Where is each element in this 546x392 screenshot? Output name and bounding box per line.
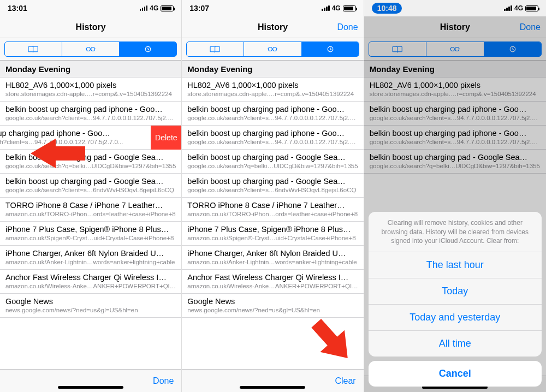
done-link[interactable]: Done	[337, 22, 358, 32]
page-title: History	[258, 22, 288, 32]
home-indicator[interactable]	[58, 386, 123, 389]
screen-1: 13:01 4G History Monday Evening HL802_AV…	[0, 0, 182, 392]
tab-readinglist[interactable]	[244, 42, 301, 56]
list-item[interactable]: Anchor Fast Wireless Charger Qi Wireless…	[0, 270, 181, 294]
battery-icon	[161, 5, 174, 11]
clear-today-yesterday-button[interactable]: Today and yesterday	[369, 305, 542, 331]
home-indicator[interactable]	[240, 386, 305, 389]
network-label: 4G	[332, 4, 341, 12]
segmented-bar	[0, 38, 181, 61]
tab-bookmarks[interactable]	[369, 42, 426, 56]
delete-button[interactable]: Delete	[151, 126, 181, 150]
list-item[interactable]: HL802_AV6 1,000×1,000 pixelsstore.storei…	[182, 78, 363, 102]
tab-bookmarks[interactable]	[5, 42, 62, 56]
list-item[interactable]: iPhone 7 Plus Case, Spigen® iPhone 8 Plu…	[0, 222, 181, 246]
list-item: belkin boost up charging pad - Google Se…	[364, 150, 546, 174]
clear-all-time-button[interactable]: All time	[369, 331, 542, 357]
list-item[interactable]: iPhone 7 Plus Case, Spigen® iPhone 8 Plu…	[182, 222, 363, 246]
page-title: History	[440, 22, 470, 32]
status-bar: 10:48 4G	[364, 0, 546, 16]
svg-point-9	[455, 47, 459, 51]
battery-icon	[343, 5, 356, 11]
svg-point-8	[451, 47, 455, 51]
svg-point-0	[87, 47, 91, 51]
list-item[interactable]: iPhone Charger, Anker 6ft Nylon Braided …	[0, 246, 181, 270]
navbar: History Done	[182, 16, 363, 38]
navbar: History	[0, 16, 181, 38]
list-item[interactable]: belkin boost up charging pad iphone - Go…	[182, 126, 363, 150]
tab-readinglist[interactable]	[426, 42, 483, 56]
signal-icon	[322, 5, 330, 11]
navbar: History Done	[364, 16, 546, 38]
network-label: 4G	[514, 4, 523, 12]
tab-history[interactable]	[301, 42, 359, 56]
list-item[interactable]: Google Newsnews.google.com/news/?ned=us&…	[182, 294, 363, 318]
status-bar: 13:07 4G	[182, 0, 363, 16]
segmented-bar	[182, 38, 363, 61]
history-list[interactable]: Monday Evening HL802_AV6 1,000×1,000 pix…	[182, 61, 363, 369]
tab-readinglist[interactable]	[62, 42, 119, 56]
list-item: belkin boost up charging pad iphone - Go…	[364, 102, 546, 126]
clear-button[interactable]: Clear	[335, 376, 355, 386]
tab-bookmarks[interactable]	[187, 42, 244, 56]
list-item[interactable]: TORRO iPhone 8 Case / iPhone 7 Leather…a…	[182, 198, 363, 222]
signal-icon	[504, 5, 512, 11]
status-time: 13:07	[189, 4, 209, 13]
list-item: HL802_AV6 1,000×1,000 pixelsstore.storei…	[364, 78, 546, 102]
network-label: 4G	[150, 4, 158, 12]
status-time-pill[interactable]: 10:48	[372, 3, 402, 14]
action-sheet: Clearing will remove history, cookies an…	[369, 212, 542, 387]
signal-icon	[140, 5, 148, 11]
list-item[interactable]: Google News news.google.com/news/?ned=us…	[0, 294, 181, 318]
list-item[interactable]: belkin boost up charging pad - Google Se…	[0, 174, 181, 198]
tab-history[interactable]	[484, 42, 541, 56]
section-header: Monday Evening	[0, 61, 181, 78]
list-item[interactable]: belkin boost up charging pad - Google Se…	[182, 150, 363, 174]
action-sheet-message: Clearing will remove history, cookies an…	[369, 212, 542, 252]
screen-3: 10:48 4G History Done	[364, 0, 546, 392]
svg-point-4	[269, 47, 272, 51]
clear-last-hour-button[interactable]: The last hour	[369, 252, 542, 278]
screen-2: 13:07 4G History Done Monday Evening HL8…	[182, 0, 364, 392]
svg-point-5	[273, 47, 277, 51]
done-button[interactable]: Done	[153, 376, 174, 386]
list-item[interactable]: iPhone Charger, Anker 6ft Nylon Braided …	[182, 246, 363, 270]
tab-history[interactable]	[119, 42, 176, 56]
svg-point-1	[91, 47, 95, 51]
list-item-swiped[interactable]: boost up charging pad iphone - Goo… uk/s…	[0, 126, 181, 150]
list-item[interactable]: HL802_AV6 1,000×1,000 pixels store.store…	[0, 78, 181, 102]
status-time: 13:01	[8, 4, 27, 13]
list-item[interactable]: belkin boost up charging pad - Google Se…	[182, 174, 363, 198]
list-item[interactable]: belkin boost up charging pad iphone - Go…	[0, 102, 181, 126]
done-link[interactable]: Done	[520, 22, 541, 32]
section-header: Monday Evening	[182, 61, 363, 78]
clear-today-button[interactable]: Today	[369, 278, 542, 305]
list-item[interactable]: TORRO iPhone 8 Case / iPhone 7 Leather… …	[0, 198, 181, 222]
list-item[interactable]: Anchor Fast Wireless Charger Qi Wireless…	[182, 270, 363, 294]
status-bar: 13:01 4G	[0, 0, 181, 16]
cancel-button[interactable]: Cancel	[369, 361, 542, 387]
battery-icon	[525, 5, 538, 11]
section-header: Monday Evening	[364, 61, 546, 78]
segmented-bar	[364, 38, 546, 61]
list-item[interactable]: belkin boost up charging pad - Google Se…	[0, 150, 181, 174]
page-title: History	[76, 22, 106, 32]
list-item[interactable]: belkin boost up charging pad iphone - Go…	[182, 102, 363, 126]
list-item: belkin boost up charging pad iphone - Go…	[364, 126, 546, 150]
history-list[interactable]: Monday Evening HL802_AV6 1,000×1,000 pix…	[0, 61, 181, 369]
